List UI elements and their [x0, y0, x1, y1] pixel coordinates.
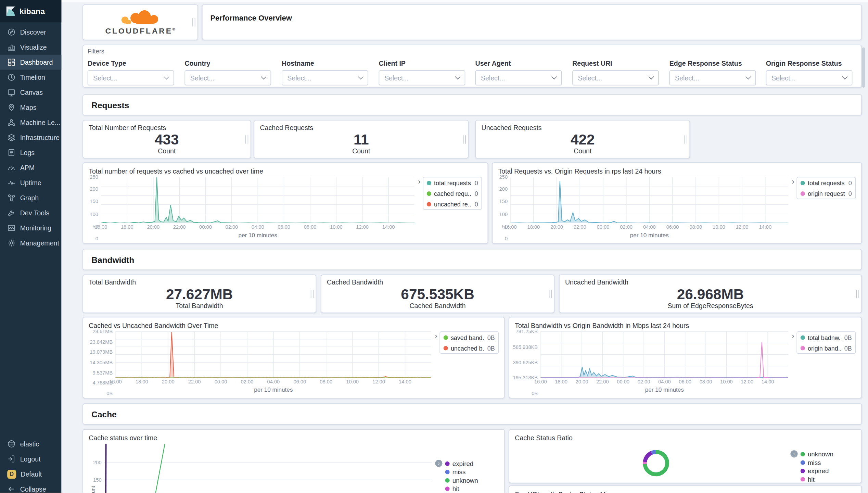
chart-plot-area [104, 444, 432, 493]
scrollbar-thumb[interactable] [862, 48, 865, 88]
legend-item[interactable]: cached requ...0 [423, 188, 481, 199]
panel-drag-handle[interactable] [463, 135, 466, 143]
legend-toggle-icon[interactable]: › [790, 450, 797, 457]
legend-item[interactable]: unknown [801, 450, 851, 458]
legend-color-dot [801, 180, 805, 185]
sidebar-item-dev-tools[interactable]: Dev Tools [0, 205, 61, 220]
sidebar-item-canvas[interactable]: Canvas [0, 85, 61, 100]
x-axis-tick: 20:00 [147, 224, 159, 230]
legend-item[interactable]: hit [445, 484, 499, 493]
legend-collapse-icon[interactable]: › [418, 178, 421, 185]
chart-plot-area [101, 177, 414, 223]
legend-item[interactable]: origin band...0B [797, 343, 855, 353]
device-type-filter-select[interactable]: Select... [88, 70, 174, 85]
chart-legend: › expiredmissunknownhitrevalidated [432, 444, 499, 493]
panel-drag-handle[interactable] [192, 18, 195, 26]
sidebar-item-graph[interactable]: Graph [0, 190, 61, 205]
legend-item[interactable]: total badnw...0B [797, 332, 855, 343]
legend-collapse-icon[interactable]: › [792, 332, 794, 339]
chart-panel-bandwidth-over-time: Cached vs Uncached Bandwidth Over Time 2… [82, 317, 505, 399]
legend-label: unknown [808, 451, 851, 457]
sidebar-item-collapse[interactable]: Collapse [0, 482, 61, 493]
legend-item[interactable]: expired [801, 467, 851, 475]
y-axis-tick: 250 [90, 174, 98, 179]
sidebar-item-dashboard[interactable]: Dashboard [0, 55, 61, 70]
panel-drag-handle[interactable] [685, 135, 687, 143]
filters-title: Filters [88, 48, 104, 55]
scrollbar[interactable] [862, 0, 865, 493]
panel-drag-handle[interactable] [856, 290, 859, 298]
kibana-logo-text: kibana [20, 7, 45, 16]
y-axis-tick: 150 [93, 477, 101, 482]
metric-panel-uncached-bandwidth: Uncached Bandwidth 26.968MB Sum of EdgeR… [559, 275, 862, 313]
legend-label: total requests [434, 179, 471, 186]
legend-item[interactable]: total requests0 [423, 177, 481, 188]
legend-toggle-icon[interactable]: › [435, 460, 442, 467]
legend-item[interactable]: miss [445, 468, 499, 476]
legend-item[interactable]: saved band...0B [440, 332, 498, 343]
origin-response-status-filter-select[interactable]: Select... [766, 70, 853, 85]
chart-legend: › unknownmissexpiredhit [790, 450, 851, 483]
legend-item[interactable]: miss [801, 458, 851, 466]
legend-color-dot [801, 452, 805, 456]
sidebar-item-apm[interactable]: APM [0, 160, 61, 175]
filters-panel: Filters Device Type Select... Country Se… [82, 45, 862, 87]
sidebar-item-infrastructure[interactable]: Infrastructure [0, 130, 61, 145]
sidebar-item-machine-learning[interactable]: Machine Le... [0, 115, 61, 130]
sidebar-item-uptime[interactable]: Uptime [0, 175, 61, 190]
x-axis-tick: 16:00 [534, 379, 547, 384]
y-axis-tick: 0 [95, 236, 98, 241]
legend-value: 0 [848, 179, 852, 186]
panel-drag-handle[interactable] [245, 135, 248, 143]
legend-item[interactable]: hit [801, 475, 851, 483]
y-axis-tick: 200 [499, 187, 508, 192]
y-axis-tick: 200 [90, 187, 98, 192]
panel-drag-handle[interactable] [311, 290, 314, 298]
dev-tools-icon [7, 209, 15, 217]
legend-item[interactable]: uncached re...0 [423, 199, 481, 209]
legend-item[interactable]: unknown [445, 476, 499, 484]
x-axis-tick: 16:00 [95, 224, 107, 230]
legend-item[interactable]: expired [445, 459, 499, 467]
x-axis-tick: 00:00 [597, 224, 610, 230]
legend-collapse-icon[interactable]: › [435, 332, 437, 339]
x-axis-tick: 06:00 [666, 224, 679, 230]
sidebar-item-visualize[interactable]: Visualize [0, 40, 61, 55]
sidebar-item-management[interactable]: Management [0, 236, 61, 251]
panel-drag-handle[interactable] [549, 290, 552, 298]
sidebar-item-logs[interactable]: Logs [0, 145, 61, 160]
x-axis-label: per 10 minutes [540, 385, 788, 393]
legend-collapse-icon[interactable]: › [792, 178, 794, 185]
x-axis-tick: 10:00 [720, 379, 733, 384]
y-axis-tick: 14.305MB [90, 359, 113, 365]
sidebar-item-discover[interactable]: Discover [0, 25, 61, 40]
x-axis-tick: 04:00 [252, 224, 264, 230]
user-agent-filter-select[interactable]: Select... [475, 70, 562, 85]
x-axis-tick: 06:00 [293, 379, 306, 384]
hostname-filter-select[interactable]: Select... [282, 70, 368, 85]
sidebar-item-timelion[interactable]: Timelion [0, 70, 61, 85]
apm-icon [7, 164, 15, 172]
x-axis-tick: 12:00 [356, 224, 369, 230]
legend-label: uncached re... [434, 201, 471, 207]
x-axis-tick: 22:00 [188, 379, 201, 384]
edge-response-status-filter-select[interactable]: Select... [669, 70, 756, 85]
legend-item[interactable]: total requests0 [797, 177, 855, 188]
metric-value: 26.968MB [565, 287, 856, 302]
sidebar-item-elastic[interactable]: elastic [0, 437, 61, 452]
legend-item[interactable]: uncached b...0B [440, 343, 498, 353]
client-ip-filter-select[interactable]: Select... [379, 70, 465, 85]
sidebar-item-logout[interactable]: Logout [0, 452, 61, 467]
x-axis-tick: 02:00 [241, 379, 254, 384]
sidebar-footer: elastic Logout D Default Collapse [0, 437, 61, 493]
filter-label-client-ip: Client IP [379, 60, 465, 68]
country-filter-select[interactable]: Select... [184, 70, 271, 85]
sidebar-item-monitoring[interactable]: Monitoring [0, 220, 61, 236]
sidebar-item-maps[interactable]: Maps [0, 100, 61, 115]
kibana-logo[interactable]: kibana [0, 0, 61, 22]
legend-label: expired [808, 467, 851, 474]
chart-title: Cache Status Ratio [515, 434, 856, 442]
legend-item[interactable]: origin requests0 [797, 188, 855, 199]
request-uri-filter-select[interactable]: Select... [572, 70, 659, 85]
sidebar-item-default-space[interactable]: D Default [0, 467, 61, 482]
